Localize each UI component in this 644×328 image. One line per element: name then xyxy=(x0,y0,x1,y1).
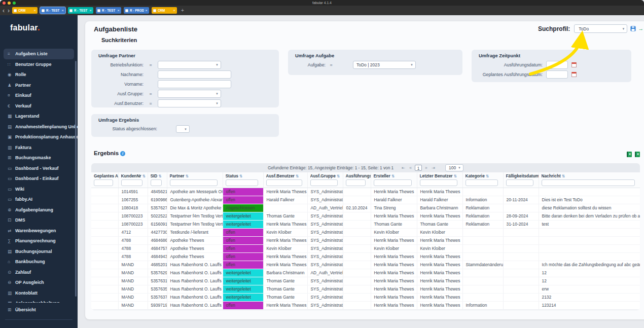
column-label[interactable]: Ausf.Benutzer⇅ xyxy=(266,173,307,178)
table-row[interactable]: 10672556190986Gutenberg-Apotheke Alexand… xyxy=(91,196,640,204)
table-row[interactable]: MAND5357637Haus Rabenhorst O. Lauffs Gmb… xyxy=(91,294,640,302)
table-row[interactable]: MAND4685201Haus Rabenhorst O. Lauffs Gmb… xyxy=(91,261,640,269)
excel-export-all-icon[interactable]: X xyxy=(635,152,640,157)
betriebsfunktion-select[interactable]: ▼ xyxy=(158,61,221,69)
sort-icon[interactable]: ⇅ xyxy=(562,174,565,178)
sidebar-item-planungsrechnung[interactable]: ∑Planungsrechnung xyxy=(4,236,74,246)
tab-crm-1[interactable]: CRM× xyxy=(12,7,38,14)
filter-input-partner[interactable] xyxy=(170,179,218,186)
next-page-icon[interactable]: » xyxy=(424,165,428,170)
forward-icon[interactable]: › xyxy=(8,8,10,14)
sidebar-item-dms[interactable]: ⊡DMS xyxy=(4,215,74,226)
geplantes-ausfuehrungsdatum-input[interactable] xyxy=(546,70,568,79)
tab-close-icon[interactable]: × xyxy=(33,8,36,13)
table-row[interactable]: 1087002236156091Testpartner f4m Testlog … xyxy=(91,221,640,229)
tab-close-icon[interactable]: × xyxy=(173,8,175,13)
table-row[interactable]: 10804185357627Die Max & Moritz Apotheke … xyxy=(91,204,640,212)
table-row[interactable]: MAND5357635Haus Rabenhorst O. Lauffs Gmb… xyxy=(91,285,640,294)
sidebar-item-dashboard-verkauf[interactable]: ▭Dashboard - Verkauf xyxy=(4,163,74,174)
sidebar-item-bankbuchung[interactable]: ⌂Bankbuchung xyxy=(4,257,74,267)
page-size-select[interactable]: 100 ▼ xyxy=(445,164,463,171)
sidebar-item-aufgaben-liste[interactable]: ≡Aufgaben Liste xyxy=(4,49,74,59)
sidebar-item-einkauf[interactable]: ¤Einkauf xyxy=(4,90,74,101)
tab-r-produktiv-5[interactable]: R - PRODUKTIV× xyxy=(124,7,149,14)
search-profile-select[interactable]: ToDo ▼ xyxy=(574,24,627,33)
column-label[interactable]: Fälligkeitsdatum⇅ xyxy=(506,173,539,178)
filter-input-kundennr[interactable] xyxy=(121,179,142,186)
column-label[interactable]: Partner⇅ xyxy=(170,173,223,178)
sidebar-item-kontoblatt[interactable]: ▥Kontoblatt xyxy=(4,288,74,299)
sidebar-item-lagerstand[interactable]: ▦Lagerstand xyxy=(4,111,74,122)
sidebar-item-buchungsmaske[interactable]: ⊞Buchungsmaske xyxy=(4,153,74,163)
sidebar-item-fabby-ai[interactable]: ▭fabby.AI xyxy=(4,194,74,205)
sidebar-item-benutzer-gruppe[interactable]: ∷Benutzer Gruppe xyxy=(4,59,74,70)
first-page-icon[interactable]: ⇤ xyxy=(401,165,406,170)
sort-icon[interactable]: ⇅ xyxy=(454,174,457,178)
sidebar-item-uebersicht[interactable]: ⊞ Übersicht xyxy=(4,305,74,315)
calendar-icon[interactable] xyxy=(571,62,577,67)
sort-icon[interactable]: ⇅ xyxy=(296,174,299,178)
filter-input-geplantes-ausfu[interactable] xyxy=(94,179,113,186)
sidebar-item-verkauf[interactable]: €Verkauf xyxy=(4,101,74,112)
ausf-benutzer-select[interactable]: ▼ xyxy=(158,99,221,107)
sidebar-item-aufgabenplanung[interactable]: ⊕Aufgabenplanung xyxy=(4,205,74,215)
filter-input-ausf-gruppe[interactable] xyxy=(310,179,338,186)
excel-export-icon[interactable]: X xyxy=(627,152,632,157)
sidebar-item-rolle[interactable]: ◉Rolle xyxy=(4,69,74,80)
current-page[interactable]: 1 xyxy=(415,165,422,171)
column-label[interactable]: SID⇅ xyxy=(151,173,167,178)
tab-close-icon[interactable]: × xyxy=(117,8,120,13)
sort-icon[interactable]: ⇅ xyxy=(486,174,489,178)
sort-icon[interactable]: ⇅ xyxy=(142,174,146,178)
prev-page-icon[interactable]: « xyxy=(408,165,413,170)
tab-r-test-2[interactable]: R - TEST× xyxy=(40,7,65,14)
table-row[interactable]: 47124427730Testkunde /-lieferantoffenKev… xyxy=(91,229,640,237)
column-label[interactable]: Ersteller⇅ xyxy=(374,173,417,178)
back-icon[interactable]: ‹ xyxy=(3,8,5,14)
new-tab-button[interactable]: + xyxy=(181,8,184,13)
sidebar-item-wiki[interactable]: ▭Wiki xyxy=(4,184,74,195)
table-row[interactable]: 47884684686Apotheke ThewesoffenHenrik Ma… xyxy=(91,237,640,245)
sidebar-item-warenbewegungen[interactable]: ⇄Warenbewegungen xyxy=(4,226,74,236)
column-label[interactable]: Status⇅ xyxy=(226,173,263,178)
run-search-icon[interactable]: → xyxy=(638,26,643,31)
column-label[interactable]: Kategorie⇅ xyxy=(466,173,503,178)
tab-r-test-3[interactable]: R - TEST× xyxy=(68,7,93,14)
filter-input-sid[interactable] xyxy=(151,179,162,186)
last-page-icon[interactable]: ⇥ xyxy=(431,165,436,170)
table-row[interactable]: 10145914845621Apotheke am Messepark OHG … xyxy=(91,188,640,196)
status-abgeschlossen-select[interactable]: ▼ xyxy=(176,125,190,133)
sidebar-item-zahlauf[interactable]: ⊙Zahlauf xyxy=(4,267,74,278)
table-row[interactable]: 47884684757Apotheke ThewesoffenKevin Klo… xyxy=(91,245,640,253)
filter-input-ausfuhrungsdat[interactable] xyxy=(346,179,366,186)
filter-input-kategorie[interactable] xyxy=(466,179,498,186)
tab-r-test-4[interactable]: R - TEST× xyxy=(96,7,121,14)
filter-input-falligkeitsdatum[interactable] xyxy=(506,179,533,186)
filter-input-nachricht[interactable] xyxy=(542,179,635,186)
table-row[interactable]: MAND5357629Haus Rabenhorst O. Lauffs Gmb… xyxy=(91,269,640,277)
tab-close-icon[interactable]: × xyxy=(89,8,92,13)
sort-icon[interactable]: ⇅ xyxy=(391,174,395,178)
tab-close-icon[interactable]: × xyxy=(61,8,64,13)
sort-icon[interactable]: ⇅ xyxy=(337,174,340,178)
save-icon[interactable] xyxy=(630,26,636,31)
sidebar-item-dashboard-einkauf[interactable]: ▭Dashboard - Einkauf xyxy=(4,173,74,184)
sidebar-item-partner[interactable]: ♟Partner xyxy=(4,80,74,91)
nachname-input[interactable] xyxy=(158,70,231,79)
sort-icon[interactable]: ⇅ xyxy=(186,174,189,178)
sidebar-item-faktura[interactable]: ▥Faktura xyxy=(4,142,74,153)
sort-icon[interactable]: ⇅ xyxy=(158,174,161,178)
info-icon[interactable]: i xyxy=(120,151,125,156)
tab-close-icon[interactable]: × xyxy=(145,8,148,13)
column-label[interactable]: Ausf.Gruppe⇅ xyxy=(310,173,343,178)
filter-input-letzter-benutzer[interactable] xyxy=(420,179,457,186)
table-row[interactable]: 47884684943Apotheke ThewesoffenHenrik Ma… xyxy=(91,253,640,261)
sidebar-item-produktionsplanung-anhausen[interactable]: ▣Produktionsplanung Anhausen xyxy=(4,132,74,142)
filter-input-status[interactable] xyxy=(226,179,258,186)
ausf-gruppe-select[interactable]: ▼ xyxy=(158,90,221,98)
sidebar-item-op-ausgleich[interactable]: ⊖OP Ausgleich xyxy=(4,277,74,288)
vorname-input[interactable] xyxy=(158,80,231,88)
filter-input-ausf-benutzer[interactable] xyxy=(266,179,302,186)
tab-crm-6[interactable]: CRM× xyxy=(152,7,177,14)
table-row[interactable]: MAND5939719Haus Rabenhorst O. Lauffs Gmb… xyxy=(91,302,640,310)
